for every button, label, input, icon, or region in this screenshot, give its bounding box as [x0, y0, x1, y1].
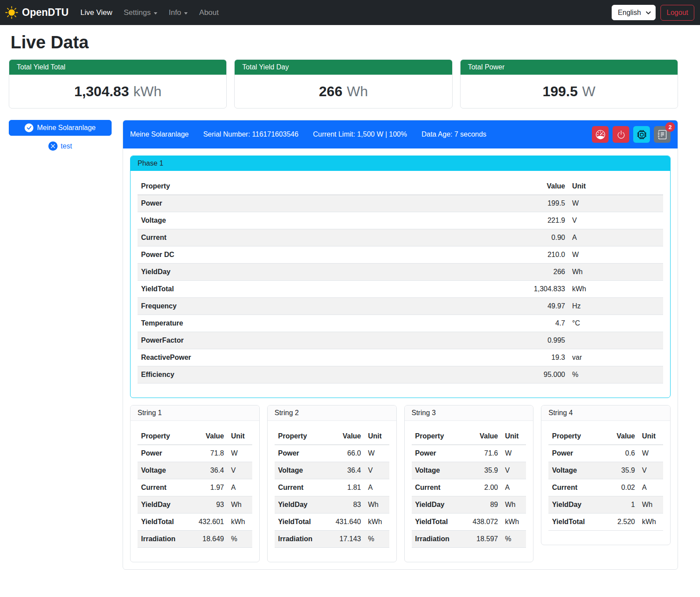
table-row: Power71.6W: [412, 445, 526, 462]
event-log-button[interactable]: 2: [654, 126, 671, 143]
property-cell: Current: [275, 479, 325, 496]
nav-right: English Logout: [612, 5, 694, 21]
property-cell: Efficiency: [138, 366, 395, 384]
summary-value: 199.5: [543, 83, 578, 100]
table-row: Frequency49.97Hz: [138, 298, 663, 315]
property-cell: Voltage: [412, 462, 462, 479]
value-cell: 432.601: [188, 514, 228, 531]
inverter-card-body: Phase 1 PropertyValueUnitPower199.5WVolt…: [123, 148, 678, 569]
unit-cell: %: [228, 531, 252, 548]
value-cell: 2.520: [603, 514, 638, 531]
value-cell: 18.649: [188, 531, 228, 548]
unit-cell: °C: [569, 315, 663, 332]
inverter-serial: Serial Number: 116171603546: [203, 130, 298, 138]
property-cell: YieldDay: [548, 496, 603, 514]
value-cell: 199.5: [395, 195, 569, 212]
table-row: Voltage35.9V: [548, 462, 663, 479]
table-row: Voltage35.9V: [412, 462, 526, 479]
table-row: Efficiency95.000%: [138, 366, 663, 384]
unit-cell: W: [569, 246, 663, 264]
language-select[interactable]: English: [612, 5, 656, 20]
property-cell: Power: [548, 445, 603, 462]
value-cell: 71.6: [462, 445, 501, 462]
table-header-row: PropertyValueUnit: [138, 178, 663, 195]
string-card-body: PropertyValueUnitPower71.8WVoltage36.4VC…: [131, 421, 259, 562]
phase-header: Phase 1: [131, 156, 670, 171]
unit-cell: W: [501, 445, 526, 462]
value-cell: 49.97: [395, 298, 569, 315]
property-cell: Irradiation: [138, 531, 188, 548]
power-button[interactable]: [613, 126, 629, 143]
inverter-select-label: Meine Solaranlage: [37, 124, 95, 132]
property-cell: Power: [412, 445, 462, 462]
inverter-select-button[interactable]: Meine Solaranlage: [9, 120, 112, 136]
table-header-row: PropertyValueUnit: [275, 428, 389, 445]
limit-settings-button[interactable]: [592, 126, 609, 143]
unit-cell: A: [501, 479, 526, 496]
property-cell: YieldTotal: [138, 514, 188, 531]
value-cell: 17.143: [325, 531, 365, 548]
string-card: String 1 PropertyValueUnitPower71.8WVolt…: [130, 405, 260, 562]
unit-cell: Hz: [569, 298, 663, 315]
unit-cell: A: [569, 229, 663, 246]
unit-cell: kWh: [569, 281, 663, 298]
table-row: YieldDay93Wh: [138, 496, 252, 514]
value-cell: 0.90: [395, 229, 569, 246]
string-table: PropertyValueUnitPower71.8WVoltage36.4VC…: [138, 428, 252, 548]
property-cell: YieldDay: [412, 496, 462, 514]
table-row: Power199.5W: [138, 195, 663, 212]
brand[interactable]: OpenDTU: [5, 6, 69, 19]
unit-cell: kWh: [501, 514, 526, 531]
string-card-title: String 1: [131, 405, 259, 421]
nav-item-about[interactable]: About: [193, 5, 224, 21]
value-cell: 266: [395, 264, 569, 281]
table-header-row: PropertyValueUnit: [138, 428, 252, 445]
value-cell: 221.9: [395, 212, 569, 229]
value-cell: 66.0: [325, 445, 365, 462]
property-cell: Power DC: [138, 246, 395, 264]
inverter-item-test[interactable]: test: [9, 141, 112, 151]
unit-cell: kWh: [228, 514, 252, 531]
string-card: String 2 PropertyValueUnitPower66.0WVolt…: [267, 405, 397, 562]
table-row: YieldDay1Wh: [548, 496, 663, 514]
device-info-button[interactable]: [633, 126, 650, 143]
table-row: Power DC210.0W: [138, 246, 663, 264]
value-cell: 210.0: [395, 246, 569, 264]
column-header-value: Value: [325, 428, 365, 445]
journal-icon: [658, 130, 667, 139]
value-cell: 438.072: [462, 514, 501, 531]
property-cell: Current: [138, 479, 188, 496]
table-row: YieldTotal1,304.833kWh: [138, 281, 663, 298]
chevron-down-icon: [154, 12, 157, 14]
column-header-property: Property: [412, 428, 462, 445]
value-cell: 1: [603, 496, 638, 514]
value-cell: 4.7: [395, 315, 569, 332]
sun-icon: [5, 6, 18, 19]
unit-cell: V: [501, 462, 526, 479]
property-cell: YieldTotal: [275, 514, 325, 531]
summary-card-title: Total Yield Total: [9, 60, 226, 75]
table-row: YieldTotal2.520kWh: [548, 514, 663, 531]
table-header-row: PropertyValueUnit: [412, 428, 526, 445]
navbar: OpenDTU Live View Settings Info About En…: [0, 0, 700, 25]
table-row: YieldTotal432.601kWh: [138, 514, 252, 531]
nav-links: Live View Settings Info About: [75, 5, 225, 21]
column-header-value: Value: [188, 428, 228, 445]
value-cell: 2.00: [462, 479, 501, 496]
inverter-card: Meine Solaranlage Serial Number: 1161716…: [123, 120, 678, 570]
table-row: YieldTotal431.640kWh: [275, 514, 389, 531]
inverter-item-test-label: test: [61, 142, 72, 150]
phase-panel: Phase 1 PropertyValueUnitPower199.5WVolt…: [130, 156, 671, 398]
summary-card-total-power: Total Power 199.5 W: [460, 59, 678, 109]
unit-cell: W: [638, 445, 663, 462]
logout-button[interactable]: Logout: [660, 5, 694, 21]
unit-cell: V: [569, 212, 663, 229]
table-row: ReactivePower19.3var: [138, 349, 663, 366]
column-header-property: Property: [138, 178, 395, 195]
nav-item-live-view[interactable]: Live View: [75, 5, 118, 21]
nav-item-info[interactable]: Info: [163, 5, 193, 21]
property-cell: Current: [412, 479, 462, 496]
value-cell: 0.6: [603, 445, 638, 462]
nav-item-settings[interactable]: Settings: [118, 5, 163, 21]
unit-cell: [569, 332, 663, 349]
